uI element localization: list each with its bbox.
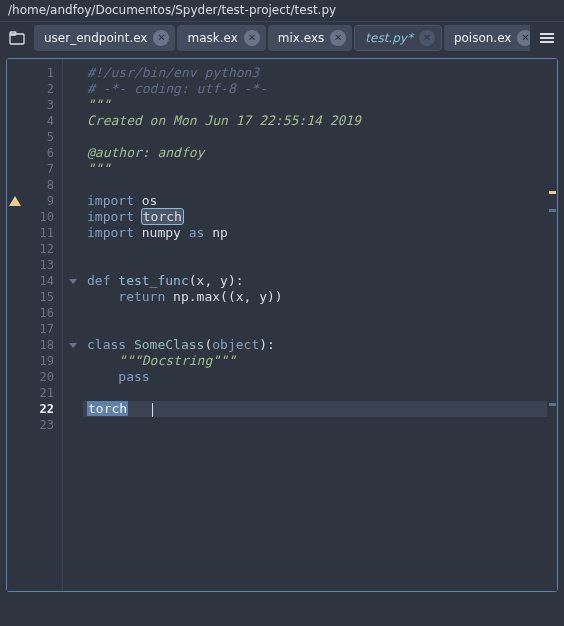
line-number: 8 <box>7 177 62 193</box>
tab-label: test.py* <box>365 31 413 45</box>
fold-cell <box>63 97 83 113</box>
code-line[interactable]: import torch <box>83 209 547 225</box>
fold-cell <box>63 81 83 97</box>
menu-button[interactable] <box>534 25 560 51</box>
code-line[interactable] <box>83 321 547 337</box>
fold-cell <box>63 161 83 177</box>
minimap-mark <box>549 403 556 406</box>
tab-test-py-[interactable]: test.py*✕ <box>354 25 442 51</box>
tab-toolbar: user_endpoint.ex✕mask.ex✕mix.exs✕test.py… <box>0 22 564 54</box>
tab-label: poison.ex <box>454 31 512 45</box>
code-line[interactable]: torch <box>83 401 547 417</box>
line-number: 9 <box>7 193 62 209</box>
line-number: 16 <box>7 305 62 321</box>
line-number: 23 <box>7 417 62 433</box>
code-line[interactable]: import numpy as np <box>83 225 547 241</box>
editor-area[interactable]: 1234567891011121314151617181920212223 #!… <box>6 58 558 592</box>
line-number: 7 <box>7 161 62 177</box>
line-number: 21 <box>7 385 62 401</box>
code-line[interactable]: import os <box>83 193 547 209</box>
line-number: 22 <box>7 401 62 417</box>
code-line[interactable]: # -*- coding: utf-8 -*- <box>83 81 547 97</box>
close-icon[interactable]: ✕ <box>244 30 260 46</box>
fold-cell[interactable] <box>63 337 83 353</box>
fold-cell <box>63 401 83 417</box>
fold-cell[interactable] <box>63 273 83 289</box>
file-path-text: /home/andfoy/Documentos/Spyder/test-proj… <box>8 3 336 17</box>
code-line[interactable]: Created on Mon Jun 17 22:55:14 2019 <box>83 113 547 129</box>
code-line[interactable] <box>83 177 547 193</box>
fold-cell <box>63 289 83 305</box>
line-number: 11 <box>7 225 62 241</box>
tab-mix-exs[interactable]: mix.exs✕ <box>268 25 352 51</box>
tab-mask-ex[interactable]: mask.ex✕ <box>177 25 265 51</box>
line-number: 13 <box>7 257 62 273</box>
fold-cell <box>63 257 83 273</box>
line-number: 6 <box>7 145 62 161</box>
fold-cell <box>63 241 83 257</box>
tab-label: mask.ex <box>187 31 237 45</box>
file-path-bar: /home/andfoy/Documentos/Spyder/test-proj… <box>0 0 564 22</box>
code-line[interactable] <box>83 417 547 433</box>
fold-cell <box>63 321 83 337</box>
svg-rect-4 <box>540 41 554 43</box>
fold-cell <box>63 225 83 241</box>
tab-user-endpoint-ex[interactable]: user_endpoint.ex✕ <box>34 25 175 51</box>
line-number: 17 <box>7 321 62 337</box>
line-number: 5 <box>7 129 62 145</box>
line-number: 3 <box>7 97 62 113</box>
line-number: 1 <box>7 65 62 81</box>
line-number-gutter: 1234567891011121314151617181920212223 <box>7 59 63 591</box>
chevron-down-icon <box>69 343 77 348</box>
tab-label: mix.exs <box>278 31 324 45</box>
fold-cell <box>63 145 83 161</box>
tab-label: user_endpoint.ex <box>44 31 147 45</box>
line-number: 10 <box>7 209 62 225</box>
fold-cell <box>63 369 83 385</box>
line-number: 19 <box>7 353 62 369</box>
code-line[interactable] <box>83 385 547 401</box>
code-line[interactable]: pass <box>83 369 547 385</box>
code-line[interactable]: """ <box>83 161 547 177</box>
fold-cell <box>63 353 83 369</box>
code-line[interactable]: """Docstring""" <box>83 353 547 369</box>
svg-rect-2 <box>540 33 554 35</box>
code-line[interactable]: class SomeClass(object): <box>83 337 547 353</box>
tab-poison-ex[interactable]: poison.ex✕ <box>444 25 530 51</box>
line-number: 4 <box>7 113 62 129</box>
fold-cell <box>63 209 83 225</box>
code-editor[interactable]: #!/usr/bin/env python3# -*- coding: utf-… <box>83 59 547 591</box>
code-line[interactable]: @author: andfoy <box>83 145 547 161</box>
code-line[interactable] <box>83 241 547 257</box>
close-icon[interactable]: ✕ <box>153 30 169 46</box>
fold-cell <box>63 129 83 145</box>
code-line[interactable]: def test_func(x, y): <box>83 273 547 289</box>
line-number: 15 <box>7 289 62 305</box>
hamburger-icon <box>539 31 555 45</box>
line-number: 20 <box>7 369 62 385</box>
code-line[interactable] <box>83 305 547 321</box>
scroll-minimap[interactable] <box>547 59 557 591</box>
minimap-mark <box>549 191 556 194</box>
line-number: 12 <box>7 241 62 257</box>
tabs-container: user_endpoint.ex✕mask.ex✕mix.exs✕test.py… <box>34 25 530 51</box>
line-number: 2 <box>7 81 62 97</box>
chevron-down-icon <box>69 279 77 284</box>
code-line[interactable]: #!/usr/bin/env python3 <box>83 65 547 81</box>
fold-gutter <box>63 59 83 591</box>
code-line[interactable] <box>83 257 547 273</box>
fold-cell <box>63 113 83 129</box>
fold-cell <box>63 177 83 193</box>
code-line[interactable] <box>83 129 547 145</box>
browse-tabs-button[interactable] <box>4 25 30 51</box>
code-line[interactable]: """ <box>83 97 547 113</box>
close-icon[interactable]: ✕ <box>517 30 530 46</box>
close-icon[interactable]: ✕ <box>419 30 435 46</box>
fold-cell <box>63 385 83 401</box>
code-line[interactable]: return np.max((x, y)) <box>83 289 547 305</box>
fold-cell <box>63 417 83 433</box>
fold-cell <box>63 305 83 321</box>
close-icon[interactable]: ✕ <box>330 30 346 46</box>
folder-icon <box>9 31 25 45</box>
warning-icon <box>9 196 21 206</box>
